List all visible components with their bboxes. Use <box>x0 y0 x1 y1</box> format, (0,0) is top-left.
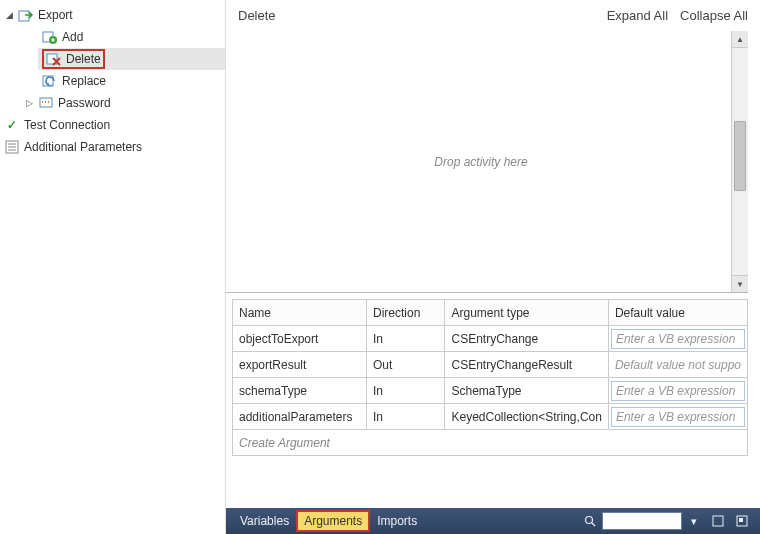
create-argument-row[interactable]: Create Argument <box>233 430 748 456</box>
tree-label: Add <box>62 30 83 44</box>
tree-node-additional-parameters[interactable]: Additional Parameters <box>0 136 225 158</box>
search-icon[interactable] <box>580 511 600 531</box>
cell-direction[interactable]: In <box>367 378 445 404</box>
svg-rect-10 <box>739 518 743 522</box>
svg-rect-8 <box>713 516 723 526</box>
tree-label: Replace <box>62 74 106 88</box>
cell-default[interactable]: Enter a VB expression <box>608 326 747 352</box>
table-row[interactable]: schemaType In SchemaType Enter a VB expr… <box>233 378 748 404</box>
tab-variables[interactable]: Variables <box>232 510 297 532</box>
scroll-down-icon[interactable]: ▼ <box>732 275 748 292</box>
cell-default: Default value not suppo <box>608 352 747 378</box>
add-icon <box>42 29 58 45</box>
cell-direction[interactable]: Out <box>367 352 445 378</box>
parameters-icon <box>4 139 20 155</box>
cell-name[interactable]: exportResult <box>233 352 367 378</box>
cell-name[interactable]: objectToExport <box>233 326 367 352</box>
table-row[interactable]: additionalParameters In KeyedCollection<… <box>233 404 748 430</box>
tree-node-test-connection[interactable]: ✓ Test Connection <box>0 114 225 136</box>
main-panel: Delete Expand All Collapse All Drop acti… <box>226 0 760 534</box>
cell-name[interactable]: schemaType <box>233 378 367 404</box>
tree-node-password[interactable]: ▷ Password <box>20 92 225 114</box>
table-row[interactable]: exportResult Out CSEntryChangeResult Def… <box>233 352 748 378</box>
col-direction[interactable]: Direction <box>367 300 445 326</box>
tree-label: Export <box>38 8 73 22</box>
tree-label: Additional Parameters <box>24 140 142 154</box>
bottom-bar: Variables Arguments Imports ▾ <box>226 508 760 534</box>
chevron-right-icon: ▷ <box>24 98 34 108</box>
arguments-panel: Name Direction Argument type Default val… <box>226 293 760 508</box>
cell-direction[interactable]: In <box>367 404 445 430</box>
cell-type[interactable]: CSEntryChangeResult <box>445 352 608 378</box>
chevron-down-icon: ◢ <box>4 10 14 20</box>
tree-node-replace[interactable]: Replace <box>38 70 225 92</box>
password-icon <box>38 95 54 111</box>
tab-imports[interactable]: Imports <box>369 510 425 532</box>
col-name[interactable]: Name <box>233 300 367 326</box>
scroll-up-icon[interactable]: ▲ <box>732 31 748 48</box>
scroll-thumb[interactable] <box>734 121 746 191</box>
svg-rect-0 <box>19 11 29 21</box>
table-header-row: Name Direction Argument type Default val… <box>233 300 748 326</box>
expand-all-button[interactable]: Expand All <box>607 8 668 23</box>
arguments-table: Name Direction Argument type Default val… <box>232 299 748 456</box>
tree-node-export[interactable]: ◢ Export <box>0 4 225 26</box>
svg-point-7 <box>586 517 593 524</box>
export-icon <box>18 7 34 23</box>
zoom-input[interactable] <box>602 512 682 530</box>
drop-hint: Drop activity here <box>434 155 527 169</box>
check-icon: ✓ <box>4 117 20 133</box>
delete-icon <box>46 51 62 67</box>
breadcrumb-title[interactable]: Delete <box>238 8 276 23</box>
fit-to-screen-icon[interactable] <box>708 511 728 531</box>
vertical-scrollbar[interactable]: ▲ ▼ <box>731 31 748 292</box>
cell-default[interactable]: Enter a VB expression <box>608 378 747 404</box>
overview-icon[interactable] <box>732 511 752 531</box>
designer-header: Delete Expand All Collapse All <box>226 0 760 31</box>
tree-label: Delete <box>66 52 101 66</box>
cell-direction[interactable]: In <box>367 326 445 352</box>
col-argtype[interactable]: Argument type <box>445 300 608 326</box>
tab-arguments[interactable]: Arguments <box>297 511 369 531</box>
replace-icon <box>42 73 58 89</box>
col-default[interactable]: Default value <box>608 300 747 326</box>
tree-node-delete[interactable]: Delete <box>38 48 225 70</box>
cell-type[interactable]: KeyedCollection<String,Con <box>445 404 608 430</box>
tree-node-add[interactable]: Add <box>38 26 225 48</box>
sidebar-tree: ◢ Export Add Delete Replace <box>0 0 226 534</box>
cell-name[interactable]: additionalParameters <box>233 404 367 430</box>
tree-label: Test Connection <box>24 118 110 132</box>
designer-canvas[interactable]: Drop activity here ▲ ▼ <box>226 31 748 293</box>
tree-label: Password <box>58 96 111 110</box>
cell-type[interactable]: SchemaType <box>445 378 608 404</box>
collapse-all-button[interactable]: Collapse All <box>680 8 748 23</box>
cell-default[interactable]: Enter a VB expression <box>608 404 747 430</box>
cell-type[interactable]: CSEntryChange <box>445 326 608 352</box>
table-row[interactable]: objectToExport In CSEntryChange Enter a … <box>233 326 748 352</box>
dropdown-icon[interactable]: ▾ <box>684 511 704 531</box>
